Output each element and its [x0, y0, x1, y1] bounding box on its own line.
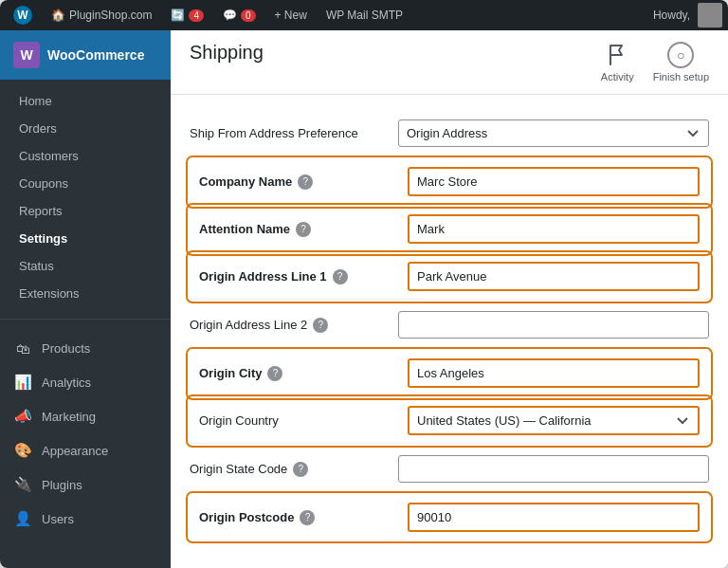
activity-flag-icon — [604, 42, 630, 68]
field-label: Origin Postcode — [199, 510, 294, 524]
help-icon[interactable]: ? — [296, 222, 311, 237]
admin-bar-right: Howdy, — [646, 3, 722, 27]
sidebar-item-home[interactable]: Home — [0, 87, 171, 115]
content-header: Shipping Activity○Finish setup — [171, 30, 728, 95]
appearance-icon: 🎨 — [13, 441, 32, 460]
sidebar-divider — [0, 319, 171, 320]
header-action-finish-setup[interactable]: ○Finish setup — [653, 42, 709, 82]
page-title: Shipping — [190, 42, 264, 64]
sidebar-item-marketing[interactable]: 📣Marketing — [0, 399, 171, 433]
form-row: Attention Name? — [190, 207, 709, 252]
sidebar: W WooCommerce HomeOrdersCustomersCoupons… — [0, 30, 171, 568]
users-icon: 👤 — [13, 509, 32, 528]
finish-setup-icon: ○ — [667, 42, 694, 68]
field-label: Origin Country — [199, 413, 279, 428]
field-label: Origin Address Line 1 — [199, 269, 327, 284]
sidebar-sections: 🛍Products📊Analytics📣Marketing🎨Appearance… — [0, 323, 171, 543]
form-row: Origin Postcode? — [190, 495, 709, 540]
sidebar-item-users[interactable]: 👤Users — [0, 502, 171, 536]
settings-form: Ship From Address PreferenceOrigin Addre… — [190, 110, 709, 540]
comments-button[interactable]: 💬 0 — [215, 0, 264, 30]
sidebar-section-label: Marketing — [42, 410, 96, 424]
sidebar-section-label: Appearance — [42, 444, 108, 458]
field-label: Origin City — [199, 366, 262, 380]
site-name[interactable]: 🏠 PluginShop.com — [44, 0, 159, 30]
field-input-3[interactable] — [408, 262, 700, 291]
help-icon[interactable]: ? — [300, 510, 315, 525]
form-row: Origin Address Line 2? — [190, 302, 709, 349]
field-input-1[interactable] — [408, 167, 700, 196]
sidebar-item-reports[interactable]: Reports — [0, 197, 171, 225]
user-avatar[interactable] — [698, 3, 722, 27]
woocommerce-header[interactable]: W WooCommerce — [0, 30, 171, 80]
products-icon: 🛍 — [13, 339, 32, 357]
sidebar-item-analytics[interactable]: 📊Analytics — [0, 365, 171, 399]
field-label: Origin Address Line 2 — [190, 318, 307, 332]
header-action-activity[interactable]: Activity — [601, 42, 634, 82]
comment-icon: 💬 — [223, 9, 237, 22]
form-row: Origin State Code? — [190, 446, 709, 493]
sidebar-item-plugins[interactable]: 🔌Plugins — [0, 467, 171, 502]
sidebar-section-label: Analytics — [42, 376, 91, 390]
field-input-5[interactable] — [408, 358, 700, 388]
woo-icon: W — [13, 42, 40, 68]
updates-button[interactable]: 🔄 4 — [163, 0, 211, 30]
sidebar-section-label: Products — [42, 341, 90, 356]
help-icon[interactable]: ? — [333, 269, 348, 284]
help-icon[interactable]: ? — [293, 462, 308, 477]
main-layout: W WooCommerce HomeOrdersCustomersCoupons… — [0, 30, 728, 568]
admin-bar: W 🏠 PluginShop.com 🔄 4 💬 0 + New WP Mail… — [0, 0, 728, 30]
sidebar-item-appearance[interactable]: 🎨Appearance — [0, 433, 171, 467]
wp-logo[interactable]: W — [6, 0, 40, 30]
update-icon: 🔄 — [171, 9, 185, 22]
analytics-icon: 📊 — [13, 373, 32, 392]
sidebar-section-label: Users — [42, 512, 74, 526]
sidebar-section-label: Plugins — [42, 478, 82, 492]
help-icon[interactable]: ? — [313, 318, 328, 333]
help-icon[interactable]: ? — [267, 366, 282, 381]
wp-icon: W — [13, 6, 32, 25]
wp-mail-smtp[interactable]: WP Mail SMTP — [318, 0, 410, 30]
field-input-8[interactable] — [408, 503, 700, 532]
help-icon[interactable]: ? — [298, 174, 313, 190]
field-input-7[interactable] — [398, 455, 709, 483]
field-select-0[interactable]: Origin AddressStore Address — [398, 119, 709, 147]
content-area: Shipping Activity○Finish setup Ship From… — [171, 30, 728, 568]
field-select-6[interactable]: United States (US) — CaliforniaUnited St… — [408, 406, 700, 435]
sidebar-item-orders[interactable]: Orders — [0, 115, 171, 142]
new-content-button[interactable]: + New — [267, 0, 315, 30]
sidebar-item-customers[interactable]: Customers — [0, 142, 171, 170]
sidebar-item-settings[interactable]: Settings — [0, 225, 171, 252]
header-actions: Activity○Finish setup — [601, 42, 709, 82]
woo-menu: HomeOrdersCustomersCouponsReportsSetting… — [0, 80, 171, 315]
plugins-icon: 🔌 — [13, 475, 32, 494]
field-label: Ship From Address Preference — [190, 126, 358, 140]
field-input-4[interactable] — [398, 311, 709, 339]
marketing-icon: 📣 — [13, 407, 32, 426]
field-input-2[interactable] — [408, 214, 700, 244]
form-row: Origin City? — [190, 351, 709, 396]
form-area: Ship From Address PreferenceOrigin Addre… — [171, 95, 728, 568]
field-label: Origin State Code — [190, 462, 287, 476]
form-row: Origin Address Line 1? — [190, 254, 709, 300]
action-label: Finish setup — [653, 71, 709, 82]
sidebar-item-coupons[interactable]: Coupons — [0, 170, 171, 197]
action-label: Activity — [601, 71, 634, 82]
form-row: Ship From Address PreferenceOrigin Addre… — [190, 110, 709, 157]
sidebar-item-extensions[interactable]: Extensions — [0, 280, 171, 307]
site-icon: 🏠 — [51, 9, 65, 22]
sidebar-item-status[interactable]: Status — [0, 252, 171, 280]
sidebar-item-products[interactable]: 🛍Products — [0, 331, 171, 365]
form-row: Origin CountryUnited States (US) — Calif… — [190, 398, 709, 444]
field-label: Company Name — [199, 174, 292, 189]
field-label: Attention Name — [199, 222, 290, 236]
app-window: W 🏠 PluginShop.com 🔄 4 💬 0 + New WP Mail… — [0, 0, 728, 568]
form-row: Company Name? — [190, 159, 709, 205]
